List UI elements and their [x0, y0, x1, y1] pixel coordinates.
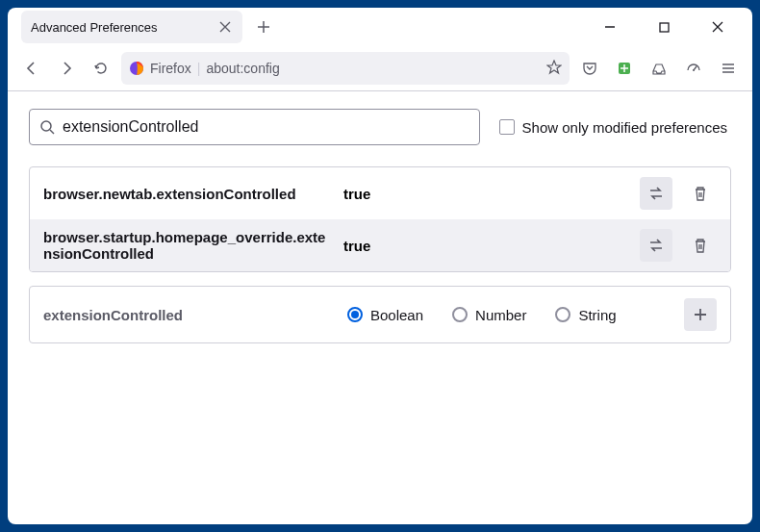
svg-point-4: [41, 121, 51, 131]
type-radio-group: Boolean Number String: [347, 307, 669, 323]
delete-button[interactable]: [684, 177, 717, 210]
close-window-button[interactable]: [700, 13, 735, 41]
radio-boolean[interactable]: Boolean: [347, 307, 423, 323]
bookmark-star-icon[interactable]: [546, 60, 562, 78]
delete-button[interactable]: [684, 229, 717, 262]
toggle-button[interactable]: [640, 177, 672, 210]
search-box[interactable]: [29, 109, 480, 145]
pref-value: true: [343, 238, 628, 254]
close-tab-icon[interactable]: [217, 19, 233, 35]
reload-button[interactable]: [87, 54, 115, 83]
content-area: Show only modified preferences browser.n…: [8, 91, 752, 361]
pref-value: true: [343, 186, 628, 202]
checkbox-icon: [499, 119, 515, 135]
add-button[interactable]: [684, 298, 717, 331]
url-separator: |: [197, 61, 201, 76]
pref-row: browser.newtab.extensionControlled true: [30, 167, 730, 219]
dashboard-icon[interactable]: [679, 54, 708, 83]
radio-icon: [347, 307, 363, 322]
pref-name: browser.newtab.extensionControlled: [43, 186, 332, 202]
minimize-button[interactable]: [593, 13, 627, 41]
checkbox-label: Show only modified preferences: [522, 119, 727, 136]
maximize-button[interactable]: [646, 13, 681, 41]
preferences-list: browser.newtab.extensionControlled true …: [29, 166, 731, 272]
new-pref-name: extensionControlled: [43, 307, 332, 323]
browser-tab[interactable]: Advanced Preferences: [21, 11, 242, 43]
radio-string[interactable]: String: [555, 307, 616, 323]
pref-row: browser.startup.homepage_override.extens…: [30, 219, 730, 271]
url-brand: Firefox: [150, 61, 191, 76]
svg-point-3: [693, 69, 695, 71]
hamburger-menu-icon[interactable]: [714, 54, 743, 83]
radio-number[interactable]: Number: [452, 307, 526, 323]
extension-icon[interactable]: [610, 54, 639, 83]
forward-button[interactable]: [52, 54, 81, 83]
firefox-icon: [129, 61, 144, 76]
pref-name: browser.startup.homepage_override.extens…: [43, 229, 332, 262]
toggle-button[interactable]: [640, 229, 672, 262]
search-icon: [39, 119, 55, 135]
pocket-icon[interactable]: [575, 54, 604, 83]
radio-icon: [555, 307, 570, 322]
add-preference-row: extensionControlled Boolean Number Strin…: [29, 286, 731, 343]
new-tab-button[interactable]: [248, 12, 279, 42]
radio-icon: [452, 307, 468, 322]
tab-title: Advanced Preferences: [31, 20, 217, 35]
back-button[interactable]: [17, 54, 46, 83]
inbox-icon[interactable]: [645, 54, 673, 83]
svg-rect-0: [660, 23, 669, 32]
show-modified-checkbox[interactable]: Show only modified preferences: [499, 119, 731, 136]
titlebar: Advanced Preferences: [8, 8, 752, 46]
url-bar[interactable]: Firefox | about:config: [121, 52, 570, 85]
nav-toolbar: Firefox | about:config: [8, 46, 752, 91]
url-text: about:config: [206, 61, 279, 76]
search-input[interactable]: [63, 118, 469, 136]
